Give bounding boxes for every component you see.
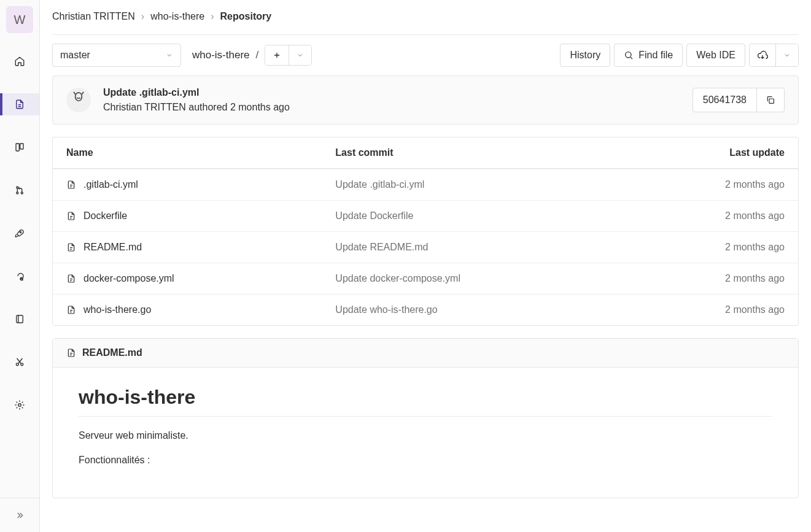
operations-icon (14, 271, 25, 282)
project-avatar[interactable]: W (6, 6, 33, 33)
chevron-right-icon: › (141, 11, 144, 22)
download-button[interactable] (750, 44, 775, 66)
breadcrumb: Christian TRITTEN › who-is-there › Repos… (52, 0, 799, 35)
avatar-icon (69, 90, 88, 110)
file-last-update: 2 months ago (626, 200, 798, 231)
table-row: DockerfileUpdate Dockerfile2 months ago (53, 200, 798, 231)
rocket-icon (14, 228, 25, 239)
chevron-down-icon (297, 52, 304, 59)
breadcrumb-owner[interactable]: Christian TRITTEN (52, 11, 135, 22)
file-icon (66, 210, 76, 222)
copy-sha-button[interactable] (756, 88, 784, 112)
readme-paragraph: Fonctionnalités : (79, 455, 772, 466)
file-last-commit[interactable]: Update .gitlab-ci.yml (322, 169, 625, 200)
file-icon (66, 242, 76, 253)
svg-rect-1 (20, 144, 23, 149)
commit-sha[interactable]: 50641738 (693, 88, 756, 112)
file-last-commit[interactable]: Update README.md (322, 231, 625, 263)
svg-point-3 (17, 192, 18, 194)
svg-rect-7 (17, 315, 23, 323)
commit-time: 2 months ago (230, 102, 290, 112)
file-icon (66, 273, 76, 284)
issues-icon (14, 142, 25, 153)
commit-author[interactable]: Christian TRITTEN (103, 102, 186, 112)
column-header-name: Name (53, 137, 322, 169)
sidebar-item-ci-cd[interactable] (0, 222, 39, 244)
file-icon (66, 179, 76, 190)
chevron-right-icon: › (211, 11, 214, 22)
book-icon (14, 314, 25, 325)
svg-point-11 (626, 52, 631, 58)
branch-name: master (60, 50, 90, 61)
commit-authored-label: authored (188, 102, 230, 112)
svg-point-8 (16, 363, 18, 366)
add-file-group (265, 45, 312, 66)
readme-filename[interactable]: README.md (82, 347, 142, 358)
plus-icon (273, 51, 281, 60)
add-file-button[interactable] (265, 45, 289, 65)
main-content: Christian TRITTEN › who-is-there › Repos… (40, 0, 811, 532)
svg-point-2 (17, 187, 18, 188)
file-last-update: 2 months ago (626, 263, 798, 294)
commit-title[interactable]: Update .gitlab-ci.yml (103, 87, 680, 98)
latest-commit-card: Update .gitlab-ci.yml Christian TRITTEN … (52, 75, 799, 125)
column-header-last-update: Last update (626, 137, 798, 169)
history-button[interactable]: History (560, 44, 610, 67)
scissors-icon (14, 357, 25, 368)
svg-point-4 (21, 192, 23, 194)
web-ide-button[interactable]: Web IDE (686, 44, 745, 67)
file-link[interactable]: .gitlab-ci.yml (66, 179, 308, 190)
file-last-commit[interactable]: Update docker-compose.yml (322, 263, 625, 294)
file-last-commit[interactable]: Update Dockerfile (322, 200, 625, 231)
svg-rect-12 (769, 99, 774, 103)
file-icon (66, 304, 76, 315)
branch-selector[interactable]: master (52, 44, 181, 67)
file-link[interactable]: README.md (66, 242, 308, 253)
chevron-double-right-icon (15, 511, 25, 520)
breadcrumb-current: Repository (220, 11, 272, 22)
file-icon (66, 347, 76, 358)
path-breadcrumb: who-is-there / (192, 49, 258, 61)
find-file-label: Find file (638, 50, 673, 61)
table-row: .gitlab-ci.ymlUpdate .gitlab-ci.yml2 mon… (53, 169, 798, 200)
chevron-down-icon (166, 52, 173, 59)
file-link[interactable]: Dockerfile (66, 210, 308, 222)
chevron-down-icon (783, 52, 791, 59)
svg-point-5 (20, 231, 21, 233)
path-root-link[interactable]: who-is-there (192, 49, 250, 61)
table-row: who-is-there.goUpdate who-is-there.go2 m… (53, 294, 798, 325)
file-link[interactable]: docker-compose.yml (66, 273, 308, 284)
sidebar-item-issues[interactable] (0, 136, 39, 158)
gear-icon (14, 399, 25, 411)
sidebar: W (0, 0, 40, 532)
sidebar-item-settings[interactable] (0, 394, 39, 416)
merge-request-icon (14, 185, 25, 196)
table-row: README.mdUpdate README.md2 months ago (53, 231, 798, 263)
sidebar-item-merge-requests[interactable] (0, 179, 39, 201)
column-header-last-commit: Last commit (322, 137, 625, 169)
svg-point-9 (21, 363, 23, 366)
download-group (749, 44, 799, 67)
path-separator: / (256, 49, 259, 61)
breadcrumb-project[interactable]: who-is-there (150, 11, 204, 22)
readme-heading: who-is-there (79, 386, 772, 417)
file-last-update: 2 months ago (626, 169, 798, 200)
sidebar-item-operations[interactable] (0, 265, 39, 287)
cloud-download-icon (757, 50, 768, 61)
readme-panel: README.md who-is-there Serveur web minim… (52, 338, 799, 498)
find-file-button[interactable]: Find file (614, 44, 683, 67)
file-icon (14, 99, 25, 110)
sidebar-item-wiki[interactable] (0, 308, 39, 330)
file-link[interactable]: who-is-there.go (66, 304, 308, 315)
sidebar-item-repository[interactable] (0, 93, 39, 115)
file-last-update: 2 months ago (626, 294, 798, 325)
sidebar-item-snippets[interactable] (0, 351, 39, 373)
file-last-commit[interactable]: Update who-is-there.go (322, 294, 625, 325)
svg-point-10 (18, 404, 21, 407)
add-file-dropdown[interactable] (289, 45, 311, 65)
sidebar-item-project[interactable] (0, 50, 39, 72)
commit-author-avatar[interactable] (66, 88, 91, 112)
file-last-update: 2 months ago (626, 231, 798, 263)
sidebar-collapse-button[interactable] (0, 498, 39, 532)
download-dropdown[interactable] (775, 44, 798, 66)
